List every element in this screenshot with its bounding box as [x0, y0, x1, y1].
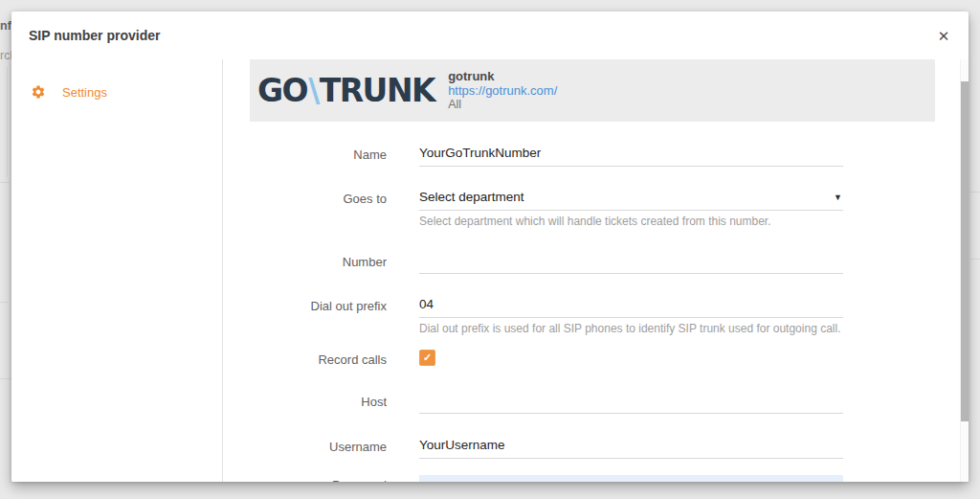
goes-to-helper-text: Select department which will handle tick…: [419, 215, 843, 229]
dialog-sidebar: Settings: [11, 59, 223, 482]
dialog-scrollbar-track: [960, 59, 969, 482]
background-divider: [7, 67, 8, 177]
username-label: Username: [223, 437, 387, 459]
dialog-header: SIP number provider ✕: [11, 11, 969, 59]
form-row-record-calls: Record calls ✓: [223, 350, 843, 367]
dial-out-prefix-input[interactable]: [419, 296, 843, 318]
number-input[interactable]: [419, 252, 843, 274]
background-divider: [970, 192, 980, 193]
gear-icon: [31, 84, 46, 100]
logo-slash: \: [307, 72, 320, 109]
password-field[interactable]: ••••••••••••: [419, 475, 843, 482]
sip-number-provider-dialog: SIP number provider ✕ Settings GO\TRUNK …: [11, 11, 969, 482]
dial-out-prefix-helper-text: Dial out prefix is used for all SIP phon…: [419, 322, 843, 336]
record-calls-label: Record calls: [223, 350, 387, 367]
form-row-password: Password ••••••••••••: [223, 475, 843, 482]
form-row-dial-out-prefix: Dial out prefix Dial out prefix is used …: [223, 296, 843, 336]
name-label: Name: [223, 145, 387, 167]
sidebar-item-label: Settings: [62, 85, 107, 100]
record-calls-checkbox[interactable]: ✓: [419, 350, 435, 366]
sidebar-item-settings[interactable]: Settings: [11, 84, 222, 100]
check-icon: ✓: [423, 352, 432, 364]
host-label: Host: [223, 392, 387, 414]
provider-scope: All: [448, 98, 557, 112]
form-row-host: Host: [223, 392, 843, 414]
dialog-body: Settings GO\TRUNK gotrunk https://gotrun…: [11, 59, 969, 482]
dialog-title: SIP number provider: [29, 28, 160, 43]
password-label: Password: [223, 475, 387, 482]
provider-form: Name Goes to Select department ▼ Select …: [223, 145, 843, 482]
dialog-content: GO\TRUNK gotrunk https://gotrunk.com/ Al…: [223, 59, 969, 482]
form-row-goes-to: Goes to Select department ▼ Select depar…: [223, 189, 843, 229]
provider-banner: GO\TRUNK gotrunk https://gotrunk.com/ Al…: [250, 59, 935, 122]
background-divider: [0, 378, 11, 379]
department-select[interactable]: Select department ▼ Select department wh…: [419, 189, 843, 229]
background-divider: [0, 182, 10, 183]
provider-url-link[interactable]: https://gotrunk.com/: [448, 83, 557, 98]
gotrunk-logo: GO\TRUNK: [257, 72, 434, 109]
chevron-down-icon: ▼: [834, 193, 842, 202]
username-input[interactable]: [419, 437, 843, 459]
close-icon[interactable]: ✕: [932, 25, 955, 48]
form-row-number: Number: [223, 252, 843, 274]
provider-info: gotrunk https://gotrunk.com/ All: [448, 69, 557, 112]
goes-to-label: Goes to: [223, 189, 387, 229]
department-select-value: Select department: [419, 189, 843, 211]
background-divider: [970, 259, 980, 260]
dialog-scrollbar-thumb[interactable]: [961, 81, 969, 421]
provider-name: gotrunk: [448, 69, 557, 83]
number-label: Number: [223, 252, 387, 274]
form-row-name: Name: [223, 145, 843, 167]
dial-out-prefix-label: Dial out prefix: [223, 296, 387, 336]
form-row-username: Username: [223, 437, 843, 459]
background-divider: [0, 302, 8, 303]
name-input[interactable]: [419, 145, 843, 167]
host-input[interactable]: [419, 392, 843, 414]
